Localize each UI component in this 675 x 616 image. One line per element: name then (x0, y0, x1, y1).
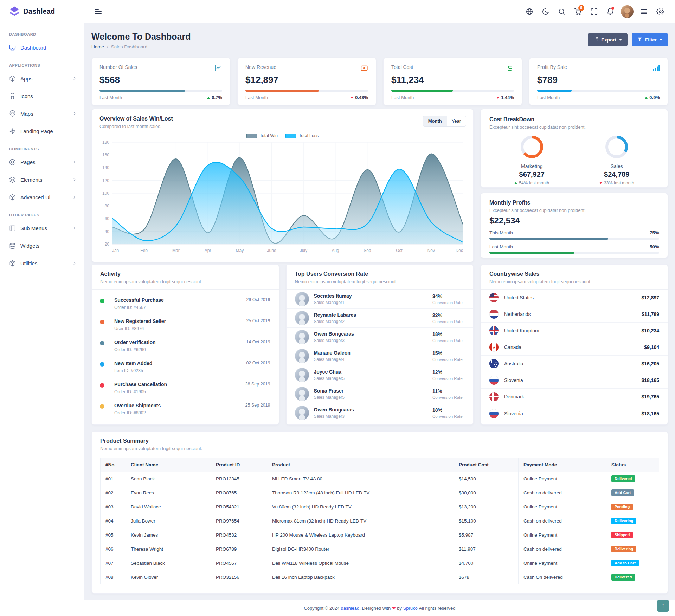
conversion-rate-caption: Conversion Rate (432, 338, 465, 343)
scroll-to-top-button[interactable]: ↑ (657, 600, 669, 612)
top-user-row[interactable]: Owen Bongcaras Sales Manager3 18% Conver… (287, 328, 474, 346)
country-sales-value: $18,165 (641, 411, 659, 416)
country-row[interactable]: United States $12,897 (481, 290, 668, 306)
sidebar-item-utilities[interactable]: Utilities (0, 254, 84, 272)
sidebar-item-apps[interactable]: Apps (0, 70, 84, 87)
top-user-row[interactable]: Joyce Chua Sales Manager5 12% Conversion… (287, 365, 474, 384)
cart-icon[interactable]: 5 (571, 5, 585, 19)
brand[interactable]: Dashlead (0, 0, 84, 23)
sidebar-item-label: Utilities (20, 260, 68, 266)
table-cell: $30,000 (454, 486, 519, 500)
sidebar-item-maps[interactable]: Maps (0, 105, 84, 122)
donut-label: Marketing (514, 163, 549, 169)
country-row[interactable]: Slovenia $18,165 (481, 405, 668, 422)
sidebar-item-dashboard[interactable]: Dashboard (0, 39, 84, 56)
search-icon[interactable] (555, 5, 569, 19)
section-items: Sub Menus Widgets Utilities (0, 219, 84, 272)
notifications-bell-icon[interactable] (603, 5, 617, 19)
table-header-cell: Product Cost (454, 458, 519, 472)
chart-title: Overview of Sales Win/Lost (99, 116, 465, 122)
country-name: Netherlands (504, 311, 636, 317)
activity-dot-icon (100, 341, 104, 345)
chart-range-toggle: Month Year (423, 116, 466, 127)
page-title: Welcome To Dashboard (91, 32, 191, 42)
fullscreen-icon[interactable] (587, 5, 601, 19)
table-cell: Evan Rees (126, 486, 211, 500)
activity-dot-icon (100, 320, 104, 324)
delta-direction-icon (207, 97, 210, 99)
language-globe-icon[interactable] (522, 5, 536, 19)
user-role: Sales Manager5 (314, 376, 428, 381)
conversion-rate-caption: Conversion Rate (432, 319, 465, 324)
table-cell: $5,987 (454, 528, 519, 542)
activity-item-sub: Order ID: #6290 (114, 347, 270, 352)
footer-company-link[interactable]: Spruko (403, 605, 418, 611)
avatar (295, 368, 309, 382)
toggle-year-button[interactable]: Year (447, 116, 466, 126)
sidebar-item-sub-menus[interactable]: Sub Menus (0, 219, 84, 237)
status-badge: Delivered (611, 574, 635, 581)
table-cell: #06 (101, 542, 126, 556)
breadcrumb-home[interactable]: Home (91, 44, 104, 50)
svg-text:May: May (236, 248, 244, 253)
stat-icon (652, 64, 660, 73)
donut-value: $24,789 (599, 170, 634, 179)
sidebar-section-title: DASHBOARD (0, 25, 84, 39)
top-user-row[interactable]: Owen Bongcaras Sales Manager3 18% Conver… (287, 403, 474, 422)
table-cell: Dell WM118 Wireless Optical Mouse (267, 556, 454, 570)
country-row[interactable]: Slovenia $18,165 (481, 372, 668, 389)
table-header-cell: Product ID (211, 458, 267, 472)
country-name: United States (504, 295, 636, 300)
sidebar-item-widgets[interactable]: Widgets (0, 237, 84, 254)
settings-gear-icon[interactable] (653, 5, 667, 19)
activity-list: Successful Purchase 29 Oct 2019 Order ID… (92, 290, 279, 420)
sidebar-item-advanced-ui[interactable]: Advanced Ui (0, 188, 84, 206)
table-cell: Cash on delivered (519, 486, 606, 500)
country-row[interactable]: Netherlands $11,789 (481, 306, 668, 323)
table-header-cell: Client Name (126, 458, 211, 472)
activity-item: Overdue Shipments 25 Sep 2019 Order ID: … (92, 398, 270, 420)
table-cell: Micromax 81cm (32 inch) HD Ready LED TV (267, 514, 454, 528)
footer-brand-link[interactable]: dashlead (341, 605, 359, 611)
sidebar-toggle-icon[interactable] (92, 6, 104, 18)
conversion-rate-caption: Conversion Rate (432, 395, 465, 400)
stat-card: Profit By Sale $789 Last Month 0.9% (529, 58, 668, 105)
sidebar-item-label: Widgets (20, 243, 68, 249)
filter-button[interactable]: Filter (632, 33, 668, 46)
activity-dot-icon (100, 299, 104, 303)
sidebar-item-landing-page[interactable]: Landing Page (0, 122, 84, 140)
stat-progress-fill (99, 90, 185, 92)
dark-mode-moon-icon[interactable] (539, 5, 553, 19)
country-row[interactable]: United Kingdom $10,234 (481, 323, 668, 339)
top-user-row[interactable]: Socrates Itumay Sales Manager1 34% Conve… (287, 290, 474, 309)
right-panel-list-icon[interactable] (637, 5, 651, 19)
activity-item-date: 25 Sep 2019 (245, 403, 270, 408)
country-row[interactable]: Canada $9,104 (481, 339, 668, 356)
top-user-row[interactable]: Reynante Labares Sales Manager2 22% Conv… (287, 309, 474, 328)
sidebar-section-title: OTHER PAGES (0, 206, 84, 219)
table-cell: Dell 16 inch Laptop Backpack (267, 570, 454, 584)
footer-text: by (396, 605, 403, 611)
svg-text:Sep: Sep (364, 248, 371, 253)
country-flag-icon (489, 343, 499, 352)
conversion-rate-value: 15% (432, 350, 465, 356)
top-user-row[interactable]: Sonia Fraser Sales Manager5 11% Conversi… (287, 384, 474, 403)
table-cell: Digisol DG-HR3400 Router (267, 542, 454, 556)
profit-bar: This Month75% (489, 230, 659, 240)
status-badge: Add to Cart (611, 560, 639, 566)
country-row[interactable]: Denmark $19,765 (481, 389, 668, 405)
toggle-month-button[interactable]: Month (423, 116, 447, 126)
svg-text:20: 20 (105, 242, 110, 247)
sidebar-item-icons[interactable]: Icons (0, 87, 84, 105)
top-user-row[interactable]: Mariane Galeon Sales Manager4 15% Conver… (287, 346, 474, 365)
country-row[interactable]: Australia $16,205 (481, 356, 668, 372)
export-button[interactable]: Export (588, 33, 628, 46)
countrywise-desc: Nemo enim ipsam voluptatem fugit sequi n… (489, 279, 659, 284)
svg-text:Apr: Apr (205, 248, 211, 253)
user-avatar[interactable] (621, 5, 634, 18)
sidebar-item-elements[interactable]: Elements (0, 171, 84, 188)
table-header-cell: #No (101, 458, 126, 472)
topbar: 5 (84, 0, 675, 23)
stat-value: $789 (537, 74, 660, 85)
sidebar-item-pages[interactable]: Pages (0, 153, 84, 171)
